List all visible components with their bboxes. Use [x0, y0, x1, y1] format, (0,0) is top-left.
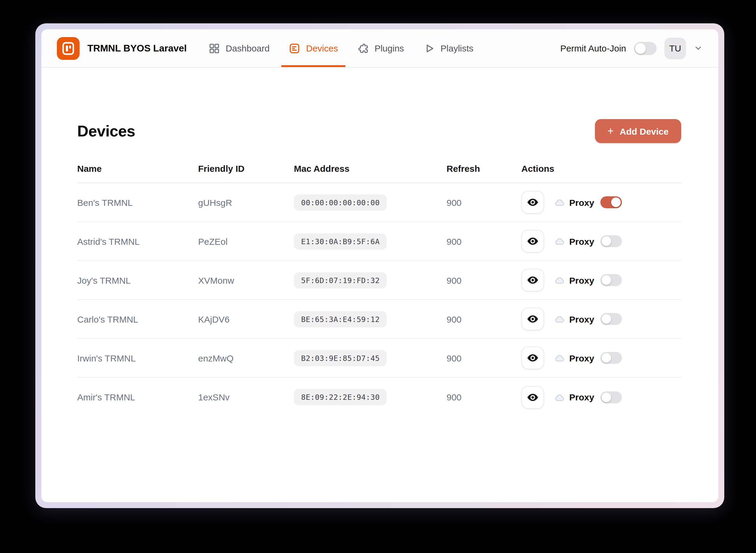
proxy-group: Proxy: [554, 353, 594, 363]
column-header-name: Name: [77, 163, 198, 173]
page-title: Devices: [77, 122, 135, 140]
view-device-button[interactable]: [521, 269, 544, 292]
proxy-toggle[interactable]: [600, 235, 622, 247]
device-refresh: 900: [447, 275, 521, 285]
view-device-button[interactable]: [521, 191, 544, 214]
devices-table: Name Friendly ID Mac Address Refresh Act…: [77, 163, 681, 416]
mac-address-badge: 8E:09:22:2E:94:30: [294, 389, 387, 405]
cloud-icon: [554, 393, 565, 401]
proxy-toggle[interactable]: [600, 196, 622, 208]
eye-icon: [527, 313, 539, 325]
mac-address-badge: E1:30:0A:B9:5F:6A: [294, 233, 387, 249]
plus-icon: +: [608, 126, 614, 137]
screen: TRMNL BYOS Laravel Dashboard: [0, 0, 756, 553]
eye-icon: [527, 391, 539, 403]
cloud-icon: [554, 354, 565, 362]
row-actions: Proxy: [521, 191, 681, 214]
eye-icon: [527, 274, 539, 286]
user-menu-chevron[interactable]: [694, 44, 703, 53]
column-header-actions: Actions: [521, 163, 681, 173]
app-content: TRMNL BYOS Laravel Dashboard: [41, 29, 718, 502]
nav-tab-plugins[interactable]: Plugins: [357, 29, 404, 67]
proxy-group: Proxy: [554, 392, 594, 402]
proxy-label: Proxy: [569, 353, 594, 363]
device-friendly-id: PeZEol: [198, 236, 294, 246]
cloud-icon: [554, 315, 565, 323]
toggle-knob: [601, 392, 611, 402]
permit-auto-join-toggle[interactable]: [634, 42, 657, 55]
chevron-down-icon: [694, 44, 703, 53]
device-name: Joy's TRMNL: [77, 275, 198, 285]
toggle-knob: [611, 198, 620, 207]
toggle-knob: [601, 236, 611, 246]
table-row: Irwin's TRMNL enzMwQ B2:03:9E:85:D7:45 9…: [77, 339, 681, 378]
nav-label: Dashboard: [226, 43, 270, 53]
row-actions: Proxy: [521, 386, 681, 408]
nav-label: Plugins: [374, 43, 404, 53]
proxy-toggle[interactable]: [600, 352, 622, 364]
row-actions: Proxy: [521, 230, 681, 252]
device-refresh: 900: [447, 314, 521, 324]
proxy-group: Proxy: [554, 314, 594, 324]
proxy-label: Proxy: [569, 392, 594, 402]
nav-tab-dashboard[interactable]: Dashboard: [208, 29, 270, 67]
nav-tab-playlists[interactable]: Playlists: [423, 29, 473, 67]
proxy-toggle[interactable]: [600, 391, 622, 403]
row-actions: Proxy: [521, 308, 681, 330]
user-avatar[interactable]: TU: [664, 37, 686, 59]
top-navbar: TRMNL BYOS Laravel Dashboard: [41, 29, 718, 68]
view-device-button[interactable]: [521, 386, 544, 408]
proxy-label: Proxy: [569, 314, 594, 324]
column-header-friendly-id: Friendly ID: [198, 163, 294, 173]
table-row: Carlo's TRMNL KAjDV6 BE:65:3A:E4:59:12 9…: [77, 300, 681, 339]
toggle-knob: [635, 43, 646, 54]
mac-address-badge: 00:00:00:00:00:00: [294, 194, 387, 210]
cloud-icon: [554, 237, 565, 245]
row-actions: Proxy: [521, 269, 681, 292]
device-friendly-id: enzMwQ: [198, 353, 294, 363]
mac-address-badge: BE:65:3A:E4:59:12: [294, 311, 387, 327]
devices-list-icon: [289, 42, 301, 54]
row-actions: Proxy: [521, 346, 681, 369]
add-device-button[interactable]: + Add Device: [595, 119, 681, 143]
cloud-icon: [554, 276, 565, 284]
app-title: TRMNL BYOS Laravel: [87, 43, 187, 54]
puzzle-icon: [357, 42, 369, 54]
navbar-right: Permit Auto-Join TU: [560, 29, 703, 67]
nav-label: Devices: [306, 43, 338, 53]
device-refresh: 900: [447, 353, 521, 363]
device-name: Irwin's TRMNL: [77, 353, 198, 363]
device-name: Carlo's TRMNL: [77, 314, 198, 324]
toggle-knob: [601, 275, 611, 285]
table-body: Ben's TRMNL gUHsgR 00:00:00:00:00:00 900…: [77, 183, 681, 416]
toggle-knob: [601, 314, 611, 324]
proxy-toggle[interactable]: [600, 313, 622, 325]
view-device-button[interactable]: [521, 308, 544, 330]
table-row: Joy's TRMNL XVMonw 5F:6D:07:19:FD:32 900…: [77, 261, 681, 300]
nav-tab-devices[interactable]: Devices: [289, 29, 338, 67]
trmnl-logo-icon[interactable]: [57, 37, 80, 60]
device-name: Amir's TRMNL: [77, 392, 198, 402]
brand-area: TRMNL BYOS Laravel: [57, 29, 187, 67]
mac-address-badge: B2:03:9E:85:D7:45: [294, 350, 387, 366]
nav-label: Playlists: [441, 43, 473, 53]
device-name: Ben's TRMNL: [77, 197, 198, 208]
device-friendly-id: 1exSNv: [198, 392, 294, 402]
main-nav: Dashboard Devices: [199, 29, 483, 67]
device-name: Astrid's TRMNL: [77, 236, 198, 246]
column-header-refresh: Refresh: [447, 163, 521, 173]
device-refresh: 900: [447, 392, 521, 402]
toggle-knob: [601, 353, 611, 363]
eye-icon: [527, 235, 539, 247]
proxy-group: Proxy: [554, 275, 594, 285]
table-row: Amir's TRMNL 1exSNv 8E:09:22:2E:94:30 90…: [77, 378, 681, 416]
view-device-button[interactable]: [521, 230, 544, 252]
proxy-group: Proxy: [554, 197, 594, 208]
column-header-mac-address: Mac Address: [294, 163, 447, 173]
devices-page: Devices + Add Device Name Friendly ID Ma…: [41, 68, 718, 416]
table-header-row: Name Friendly ID Mac Address Refresh Act…: [77, 163, 681, 183]
add-device-label: Add Device: [620, 126, 669, 136]
play-icon: [423, 42, 435, 54]
view-device-button[interactable]: [521, 346, 544, 369]
proxy-toggle[interactable]: [600, 274, 622, 286]
